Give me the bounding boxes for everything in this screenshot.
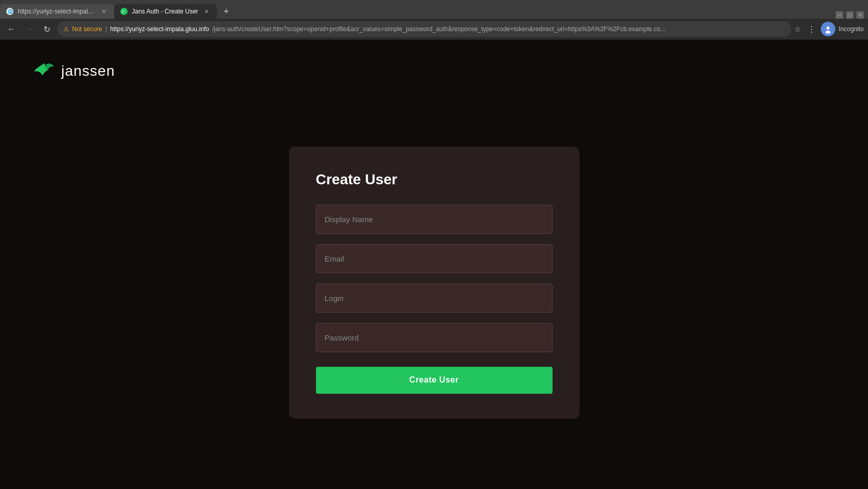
- janssen-logo-icon: [31, 61, 57, 82]
- address-separator: |: [105, 25, 107, 33]
- tab-1[interactable]: 🌐 https://yuriyz-select-impala,gluu,infc…: [0, 4, 114, 19]
- nav-right-icons: ⋮ Incognito: [804, 22, 864, 36]
- address-url-rest: /jans-auth/createUser.htm?scope=openid+p…: [212, 25, 666, 33]
- tab2-favicon: J: [120, 8, 128, 15]
- close-window-button[interactable]: ×: [857, 11, 864, 19]
- browser-chrome: 🌐 https://yuriyz-select-impala,gluu,infc…: [0, 0, 868, 40]
- tab2-close-button[interactable]: ×: [202, 7, 211, 16]
- extensions-button[interactable]: ⋮: [804, 22, 819, 36]
- create-user-button[interactable]: Create User: [316, 366, 553, 393]
- tab1-close-button[interactable]: ×: [100, 7, 108, 16]
- security-warning-icon: ⚠: [63, 25, 69, 33]
- svg-text:🌐: 🌐: [8, 9, 13, 14]
- tab-2[interactable]: J Jans Auth - Create User ×: [114, 4, 217, 19]
- svg-text:J: J: [121, 9, 124, 14]
- back-button[interactable]: ←: [4, 22, 19, 36]
- address-bar[interactable]: ⚠ Not secure | https://yuriyz-select-imp…: [57, 21, 791, 37]
- logo-text: janssen: [61, 63, 115, 79]
- svg-point-5: [826, 26, 830, 30]
- profile-button[interactable]: [821, 22, 835, 36]
- svg-point-6: [825, 31, 831, 34]
- form-card-wrapper: Create User Create User: [289, 146, 580, 418]
- bookmark-icon[interactable]: ☆: [794, 25, 801, 33]
- password-input[interactable]: [316, 323, 553, 352]
- display-name-input[interactable]: [316, 205, 553, 234]
- email-group: [316, 244, 553, 273]
- display-name-group: [316, 205, 553, 234]
- tabs-bar: 🌐 https://yuriyz-select-impala,gluu,infc…: [0, 0, 868, 19]
- incognito-label: Incognito: [838, 25, 864, 33]
- new-tab-button[interactable]: +: [219, 4, 233, 19]
- refresh-button[interactable]: ↻: [39, 22, 54, 36]
- not-secure-label: Not secure: [72, 25, 102, 33]
- login-input[interactable]: [316, 283, 553, 313]
- tab1-favicon: 🌐: [6, 8, 13, 15]
- address-url-highlight: https://yuriyz-select-impala.gluu.info: [110, 25, 209, 33]
- window-controls: – □ ×: [836, 11, 864, 19]
- password-group: [316, 323, 553, 352]
- minimize-button[interactable]: –: [836, 11, 843, 19]
- form-title: Create User: [316, 171, 553, 188]
- tab1-title: https://yuriyz-select-impala,gluu,infc: [18, 8, 95, 15]
- forward-button[interactable]: →: [22, 22, 36, 36]
- nav-bar: ← → ↻ ⚠ Not secure | https://yuriyz-sele…: [0, 19, 868, 39]
- tab2-title: Jans Auth - Create User: [132, 8, 198, 15]
- form-card: Create User Create User: [289, 146, 580, 418]
- logo-container: janssen: [31, 61, 115, 82]
- login-group: [316, 283, 553, 313]
- email-input[interactable]: [316, 244, 553, 273]
- page-content: janssen Create User Create User: [0, 40, 868, 471]
- maximize-button[interactable]: □: [846, 11, 853, 19]
